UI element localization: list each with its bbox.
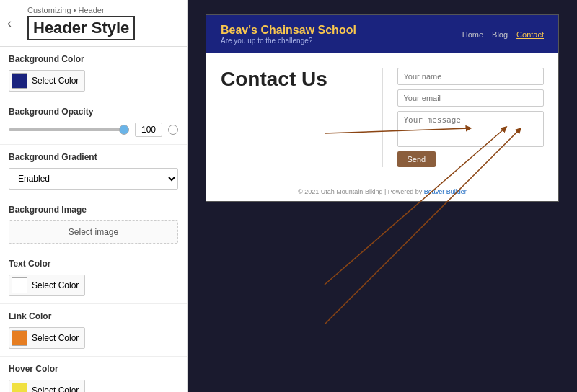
form-email-input[interactable]	[397, 89, 545, 107]
bg-image-label: Background Image	[9, 205, 178, 215]
hover-color-section: Hover Color Select Color	[0, 357, 187, 392]
text-color-section: Text Color Select Color	[0, 251, 187, 304]
link-color-label: Link Color	[9, 311, 178, 321]
site-preview: Beav's Chainsaw School Are you up to the…	[206, 14, 559, 202]
nav-link-blog[interactable]: Blog	[492, 30, 508, 39]
settings-panel: ‹ Customizing • Header Header Style Back…	[0, 0, 188, 392]
hover-color-label: Hover Color	[9, 364, 178, 374]
text-color-button[interactable]: Select Color	[9, 275, 85, 296]
link-color-swatch	[12, 330, 27, 346]
link-color-btn-label: Select Color	[32, 333, 79, 343]
hover-color-btn-label: Select Color	[32, 386, 79, 392]
bg-color-button[interactable]: Select Color	[9, 70, 85, 92]
site-header: Beav's Chainsaw School Are you up to the…	[206, 15, 558, 53]
form-name-input[interactable]	[397, 68, 545, 85]
hover-color-swatch	[12, 383, 27, 392]
bg-color-swatch	[12, 73, 27, 89]
bg-color-btn-label: Select Color	[32, 76, 79, 86]
back-button[interactable]: ‹	[7, 16, 12, 31]
form-message-input[interactable]	[397, 111, 545, 147]
hover-color-button[interactable]: Select Color	[9, 380, 85, 392]
text-color-label: Text Color	[9, 259, 178, 269]
site-footer: © 2021 Utah Mountain Biking | Powered by…	[206, 182, 558, 201]
nav-link-contact[interactable]: Contact	[516, 30, 544, 39]
bg-opacity-section: Background Opacity 100	[0, 99, 187, 145]
panel-header: ‹ Customizing • Header Header Style	[0, 0, 187, 47]
opacity-row: 100	[9, 122, 178, 137]
nav-link-home[interactable]: Home	[462, 30, 483, 39]
site-name: Beav's Chainsaw School	[221, 24, 356, 37]
opacity-slider[interactable]	[9, 128, 129, 131]
bg-image-section: Background Image Select image	[0, 197, 187, 251]
preview-area: Beav's Chainsaw School Are you up to the…	[188, 0, 577, 392]
opacity-radio[interactable]	[168, 125, 178, 135]
site-content: Contact Us Send	[206, 53, 558, 182]
text-color-btn-label: Select Color	[32, 280, 79, 290]
footer-text: © 2021 Utah Mountain Biking | Powered by…	[298, 188, 467, 195]
bg-gradient-section: Background Gradient Enabled Disabled	[0, 145, 187, 197]
bg-color-label: Background Color	[9, 54, 178, 64]
opacity-input[interactable]: 100	[135, 122, 162, 137]
select-image-button[interactable]: Select image	[9, 220, 178, 244]
bg-gradient-label: Background Gradient	[9, 152, 178, 162]
contact-form: Send	[397, 68, 545, 167]
slider-container	[9, 128, 129, 131]
contact-title: Contact Us	[221, 68, 368, 91]
gradient-select[interactable]: Enabled Disabled	[9, 168, 178, 190]
form-send-button[interactable]: Send	[397, 151, 436, 167]
bg-color-section: Background Color Select Color	[0, 47, 187, 99]
link-color-button[interactable]: Select Color	[9, 327, 85, 349]
link-color-section: Link Color Select Color	[0, 304, 187, 357]
bg-opacity-label: Background Opacity	[9, 107, 178, 117]
breadcrumb: Customizing • Header	[27, 6, 180, 14]
content-divider	[382, 68, 383, 167]
site-tagline: Are you up to the challenge?	[221, 37, 356, 45]
footer-link[interactable]: Beaver Builder	[424, 188, 467, 195]
text-color-swatch	[12, 277, 27, 293]
site-nav: Home Blog Contact	[462, 30, 544, 39]
content-left: Contact Us	[221, 68, 368, 167]
page-title: Header Style	[27, 16, 135, 40]
site-brand: Beav's Chainsaw School Are you up to the…	[221, 24, 356, 45]
